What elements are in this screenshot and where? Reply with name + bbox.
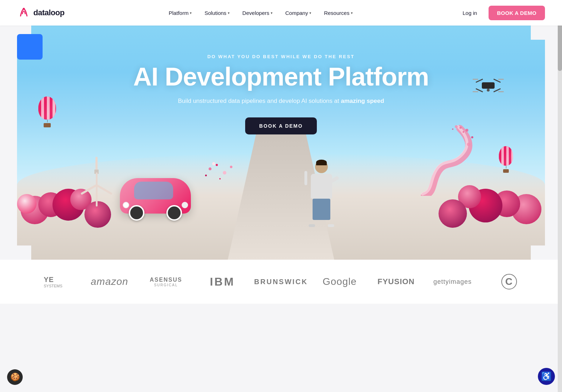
hero-subtitle: DO WHAT YOU DO BEST WHILE WE DO THE REST (17, 54, 545, 59)
navbar: dataloop Platform ▾ Solutions ▾ Develope… (0, 0, 562, 26)
logo[interactable]: dataloop (17, 6, 65, 20)
wind-turbine (88, 157, 106, 206)
nav-label-resources: Resources (324, 10, 349, 16)
login-button[interactable]: Log in (457, 7, 483, 19)
car-window (134, 182, 173, 199)
svg-point-2 (471, 136, 473, 138)
logo-brunswick: BRUNSWICK (254, 278, 308, 286)
logo-amazon: amazon (85, 276, 134, 287)
accessibility-button[interactable]: ♿ (538, 368, 555, 385)
chevron-down-icon: ▾ (309, 11, 311, 15)
logo-ibm: IBM (198, 275, 247, 288)
logo-c: C (484, 274, 534, 289)
balloon-right (499, 146, 513, 173)
nav-label-platform: Platform (169, 10, 189, 16)
balloon-basket-right (503, 169, 509, 173)
logo-fyusion: FYUSION (371, 277, 421, 286)
nav-item-platform[interactable]: Platform ▾ (164, 7, 197, 19)
pink-ribbon (403, 125, 474, 196)
hero-description: Build unstructured data pipelines and de… (17, 98, 545, 105)
logo-ye-systems: YE SYSTEMS (28, 276, 78, 288)
book-demo-button-hero[interactable]: BOOK A DEMO (245, 117, 317, 134)
nav-item-solutions[interactable]: Solutions ▾ (199, 7, 235, 19)
chevron-down-icon: ▾ (271, 11, 272, 15)
blue-square-decoration (17, 34, 43, 60)
svg-point-3 (467, 143, 470, 146)
chevron-down-icon: ▾ (228, 11, 230, 15)
logo-text: dataloop (33, 8, 65, 17)
nav-label-solutions: Solutions (204, 10, 226, 16)
logo-google: Google (315, 276, 364, 287)
cookie-button[interactable]: 🍪 (7, 369, 23, 385)
car-wheel-left (129, 205, 144, 221)
car-body (120, 178, 191, 214)
hero-container: DO WHAT YOU DO BEST WHILE WE DO THE REST… (17, 26, 545, 260)
dataloop-logo-icon (17, 6, 31, 20)
chevron-down-icon: ▾ (190, 11, 192, 15)
chevron-down-icon: ▾ (351, 11, 353, 15)
hero-wrapper: DO WHAT YOU DO BEST WHILE WE DO THE REST… (0, 26, 562, 260)
logo-gettyimages: gettyimages (428, 278, 477, 286)
car-wheel-right (166, 205, 182, 221)
nav-item-company[interactable]: Company ▾ (280, 7, 316, 19)
nav-item-developers[interactable]: Developers ▾ (237, 7, 277, 19)
person-torso (311, 174, 332, 199)
nav-item-resources[interactable]: Resources ▾ (319, 7, 358, 19)
person-legs (313, 199, 330, 220)
scrollbar-track (558, 0, 562, 392)
hero-text-block: DO WHAT YOU DO BEST WHILE WE DO THE REST… (17, 54, 545, 134)
person-figure (307, 160, 336, 224)
hero-title: AI Development Platform (17, 64, 545, 90)
book-demo-button-nav[interactable]: BOOK A DEMO (489, 6, 545, 20)
logos-section: YE SYSTEMS amazon ASENSUS SURGICAL IBM B… (0, 260, 562, 304)
navbar-actions: Log in BOOK A DEMO (457, 6, 545, 20)
balloon-body-right (499, 146, 513, 166)
nav-label-developers: Developers (242, 10, 269, 16)
svg-point-0 (23, 8, 25, 10)
pink-car (120, 178, 191, 214)
nav-label-company: Company (285, 10, 308, 16)
logo-asensus: ASENSUS SURGICAL (141, 277, 191, 287)
nav-menu: Platform ▾ Solutions ▾ Developers ▾ Comp… (164, 7, 358, 19)
